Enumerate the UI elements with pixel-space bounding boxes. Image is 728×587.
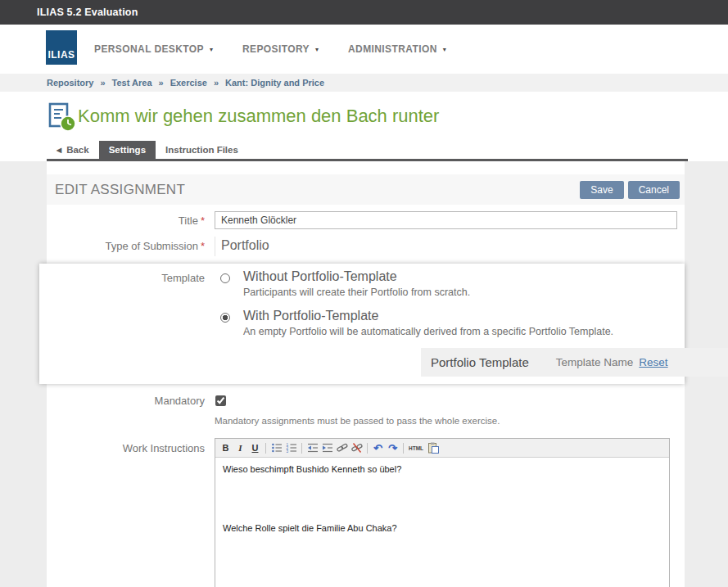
mandatory-checkbox[interactable] <box>215 395 226 406</box>
chevron-down-icon: ▾ <box>210 45 213 53</box>
content-panel: EDIT ASSIGNMENT Save Cancel Title* Type … <box>47 161 685 587</box>
required-marker: * <box>201 214 205 227</box>
title-field-label: Title* <box>47 214 205 227</box>
mandatory-row: Mandatory Mandatory assignments must be … <box>47 395 685 426</box>
tab-instruction-files[interactable]: Instruction Files <box>156 141 248 159</box>
save-button[interactable]: Save <box>580 181 623 199</box>
submission-type-label: Type of Submission* <box>47 237 205 256</box>
ilias-logo[interactable]: ILIAS <box>46 30 77 65</box>
submission-type-row: Type of Submission* Portfolio <box>47 237 685 256</box>
bold-button[interactable]: B <box>219 441 233 455</box>
html-source-button[interactable]: HTML <box>407 441 425 455</box>
nav-administration[interactable]: ADMINISTRATION ▾ <box>348 43 446 55</box>
rich-text-editor: B I U <box>215 438 670 587</box>
tab-back-label: Back <box>66 145 89 155</box>
breadcrumb: Repository » Test Area » Exercise » Kant… <box>0 74 728 92</box>
main-nav: PERSONAL DESKTOP ▾ REPOSITORY ▾ ADMINIST… <box>94 25 446 74</box>
option-byline: An empty Portfolio will be automatically… <box>243 326 613 337</box>
indent-button[interactable] <box>320 441 334 455</box>
template-option-without: Without Portfolio-Template Participants … <box>215 269 685 298</box>
cancel-button[interactable]: Cancel <box>628 181 680 199</box>
client-title: ILIAS 5.2 Evaluation <box>37 7 138 18</box>
page-title: Komm wir gehen zusammen den Bach runter <box>78 106 439 127</box>
redo-button[interactable]: ↷ <box>386 441 400 455</box>
mandatory-byline: Mandatory assignments must be passed to … <box>215 416 685 426</box>
logo-text: ILIAS <box>47 49 75 61</box>
template-row: Template Without Portfolio-Template Part… <box>39 269 685 383</box>
option-title[interactable]: Without Portfolio-Template <box>243 269 470 284</box>
title-field-row: Title* <box>47 211 685 229</box>
work-instructions-label: Work Instructions <box>47 438 205 587</box>
option-title[interactable]: With Portfolio-Template <box>243 309 613 323</box>
breadcrumb-repository[interactable]: Repository <box>47 78 93 88</box>
chevron-down-icon: ▾ <box>315 45 319 53</box>
without-template-radio[interactable] <box>220 273 230 283</box>
breadcrumb-separator: » <box>159 78 164 88</box>
tab-settings-label: Settings <box>109 145 146 155</box>
system-topbar: ILIAS 5.2 Evaluation <box>0 0 728 25</box>
bullet-list-button[interactable] <box>269 441 283 455</box>
tab-instruction-files-label: Instruction Files <box>165 145 238 155</box>
option-byline: Participants will create their Portfolio… <box>243 287 470 298</box>
paste-word-button[interactable] <box>426 441 440 455</box>
editor-line <box>223 494 662 504</box>
with-template-radio[interactable] <box>220 313 230 323</box>
editor-toolbar: B I U <box>215 439 669 458</box>
tab-settings[interactable]: Settings <box>99 141 156 159</box>
nav-personal-desktop[interactable]: PERSONAL DESKTOP ▾ <box>94 43 213 55</box>
title-input[interactable] <box>215 211 677 229</box>
form-heading: EDIT ASSIGNMENT <box>55 182 576 198</box>
outdent-button[interactable] <box>305 441 319 455</box>
toolbar-separator <box>301 443 302 454</box>
tab-bar: ◀ Back Settings Instruction Files <box>47 141 248 159</box>
toolbar-separator <box>265 443 266 454</box>
reset-link[interactable]: Reset <box>639 356 667 368</box>
nav-repository[interactable]: REPOSITORY ▾ <box>242 43 319 55</box>
numbered-list-button[interactable]: 1 2 3 <box>284 441 298 455</box>
editor-line: Wieso beschimpft Bushido Kenneth so übel… <box>223 464 662 475</box>
template-subform: Template Without Portfolio-Template Part… <box>39 264 685 384</box>
page-title-bar: Komm wir gehen zusammen den Bach runter <box>0 92 728 141</box>
exercise-assignment-icon <box>47 102 78 132</box>
chevron-left-icon: ◀ <box>57 147 61 154</box>
editor-content[interactable]: Wieso beschimpft Bushido Kenneth so übel… <box>215 458 669 587</box>
unlink-button[interactable] <box>350 441 364 455</box>
svg-text:3: 3 <box>286 449 288 454</box>
toolbar-separator <box>367 443 368 454</box>
submission-type-value: Portfolio <box>215 237 278 256</box>
ilias-app-window: ILIAS 5.2 Evaluation ILIAS PERSONAL DESK… <box>0 0 728 587</box>
breadcrumb-current[interactable]: Kant: Dignity and Price <box>225 78 324 88</box>
chevron-down-icon: ▾ <box>443 45 446 53</box>
tab-back[interactable]: ◀ Back <box>47 141 99 159</box>
work-instructions-row: Work Instructions B I U <box>47 438 685 587</box>
italic-button[interactable]: I <box>233 441 247 455</box>
form-header: EDIT ASSIGNMENT Save Cancel <box>47 174 685 205</box>
breadcrumb-separator: » <box>214 78 219 88</box>
template-option-with: With Portfolio-Template An empty Portfol… <box>215 309 685 337</box>
editor-line: Welche Rolle spielt die Familie Abu Chak… <box>223 523 662 534</box>
underline-button[interactable]: U <box>248 441 262 455</box>
mandatory-label: Mandatory <box>47 395 205 426</box>
undo-button[interactable]: ↶ <box>371 441 385 455</box>
breadcrumb-test-area[interactable]: Test Area <box>112 78 152 88</box>
main-header: ILIAS PERSONAL DESKTOP ▾ REPOSITORY ▾ AD… <box>0 25 728 74</box>
template-label: Template <box>39 269 205 383</box>
toolbar-separator <box>403 443 404 454</box>
portfolio-template-label: Portfolio Template <box>431 355 529 369</box>
required-marker: * <box>201 240 205 252</box>
breadcrumb-separator: » <box>100 78 105 88</box>
breadcrumb-exercise[interactable]: Exercise <box>170 78 207 88</box>
page-body: EDIT ASSIGNMENT Save Cancel Title* Type … <box>0 161 728 587</box>
portfolio-template-subrow: Portfolio Template Template Name Reset <box>421 348 728 377</box>
link-button[interactable] <box>335 441 349 455</box>
portfolio-template-value: Template Name <box>556 356 634 368</box>
